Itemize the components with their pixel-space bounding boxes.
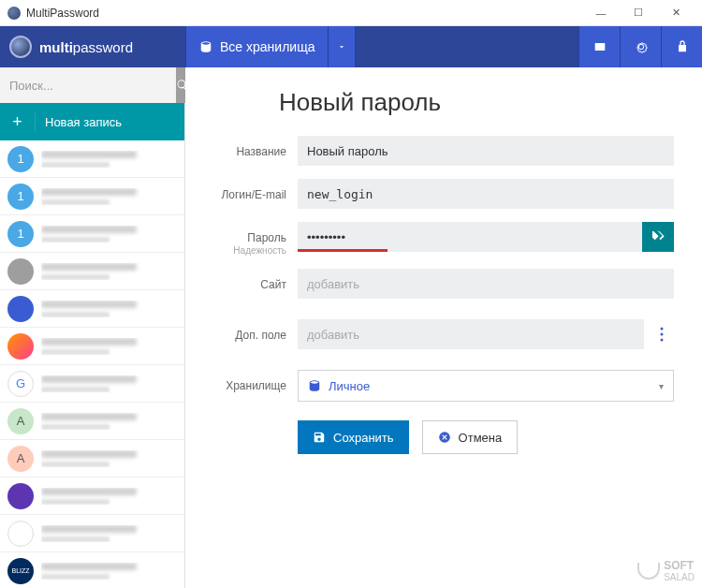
main-area: + Новая запись 111GAABLIZZC Новый пароль… (0, 67, 702, 588)
generate-password-button[interactable] (642, 222, 674, 252)
vault-select-value: Личное (329, 379, 370, 393)
entry-avatar: 1 (7, 221, 34, 247)
chevron-down-icon: ▾ (659, 381, 664, 391)
svg-point-1 (661, 328, 664, 331)
watermark: SOFT SALAD (637, 559, 695, 582)
list-item[interactable]: 1 (0, 178, 184, 215)
brand-text: multipassword (39, 39, 133, 55)
list-item[interactable]: 1 (0, 140, 184, 178)
settings-button[interactable] (620, 26, 661, 67)
new-entry-button[interactable]: + Новая запись (0, 103, 184, 140)
password-strength-bar (298, 249, 388, 252)
entry-avatar: 1 (7, 146, 34, 172)
label-login: Логин/E-mail (221, 188, 286, 201)
page-title: Новый пароль (279, 88, 674, 117)
entry-avatar (7, 483, 34, 509)
field-vault-row: Хранилище Личное ▾ (213, 370, 674, 402)
entry-avatar (7, 521, 34, 547)
entry-avatar (7, 296, 34, 322)
label-password: Пароль (247, 231, 286, 244)
field-extra-row: Доп. поле (213, 319, 674, 349)
login-input[interactable] (298, 179, 674, 209)
entry-avatar: BLIZZ (7, 558, 34, 584)
list-item[interactable]: BLIZZ (0, 552, 184, 588)
save-button[interactable]: Сохранить (298, 420, 409, 454)
tags-icon (651, 229, 665, 244)
list-item[interactable]: A (0, 403, 184, 440)
lock-icon (675, 39, 690, 54)
entry-list[interactable]: 111GAABLIZZC (0, 140, 184, 588)
chevron-down-icon (337, 42, 346, 51)
label-strength: Надежность (213, 245, 286, 256)
extra-input[interactable] (298, 319, 644, 349)
password-input[interactable] (298, 222, 674, 252)
close-button[interactable]: ✕ (657, 4, 695, 22)
new-entry-label: Новая запись (36, 115, 122, 129)
dots-vertical-icon (660, 327, 664, 342)
minimize-button[interactable]: — (582, 4, 620, 22)
maximize-button[interactable]: ☐ (620, 4, 657, 22)
vault-selector[interactable]: Все хранилища (185, 26, 356, 67)
name-input[interactable] (298, 136, 674, 166)
database-icon (308, 379, 321, 392)
entry-avatar: 1 (7, 184, 34, 210)
list-item[interactable]: 1 (0, 215, 184, 253)
cancel-label: Отмена (459, 431, 503, 445)
vault-selector-caret[interactable] (328, 26, 356, 67)
database-icon (199, 40, 212, 53)
search-row (0, 67, 184, 103)
window-title: MultiPassword (26, 7, 582, 20)
label-vault: Хранилище (226, 379, 286, 392)
vault-select[interactable]: Личное ▾ (298, 370, 674, 402)
list-item[interactable]: A (0, 440, 184, 478)
cancel-icon (438, 431, 451, 444)
list-item[interactable] (0, 290, 184, 328)
label-name: Название (236, 145, 286, 158)
plus-icon: + (0, 112, 36, 132)
save-icon (313, 431, 326, 444)
site-input[interactable] (298, 269, 674, 299)
entry-avatar: A (7, 408, 34, 434)
entry-avatar (7, 258, 34, 285)
view-mode-button[interactable] (578, 26, 620, 67)
svg-point-3 (661, 339, 664, 342)
top-toolbar: multipassword Все хранилища (0, 26, 702, 67)
list-item[interactable] (0, 253, 184, 290)
vault-selector-button[interactable]: Все хранилища (185, 26, 328, 67)
bowl-icon (637, 563, 660, 580)
topbar-right (578, 26, 702, 67)
window-titlebar: MultiPassword — ☐ ✕ (0, 0, 702, 26)
app-icon (7, 7, 21, 20)
list-item[interactable]: G (0, 365, 184, 403)
save-label: Сохранить (333, 431, 394, 445)
gear-icon (634, 39, 649, 54)
vault-selector-label: Все хранилища (220, 39, 314, 54)
form-actions: Сохранить Отмена (298, 420, 674, 454)
extra-more-button[interactable] (650, 319, 674, 349)
sidebar: + Новая запись 111GAABLIZZC (0, 67, 185, 588)
field-login-row: Логин/E-mail (213, 179, 674, 209)
lock-button[interactable] (661, 26, 702, 67)
list-item[interactable] (0, 515, 184, 552)
entry-avatar: G (7, 371, 34, 397)
svg-point-2 (661, 333, 664, 336)
entry-avatar: A (7, 446, 34, 472)
window-controls: — ☐ ✕ (582, 4, 695, 22)
search-input[interactable] (0, 67, 176, 103)
label-extra: Доп. поле (235, 329, 286, 342)
grid-icon (592, 39, 607, 54)
brand-icon (9, 36, 32, 58)
field-password-row: Пароль Надежность (213, 222, 674, 256)
brand: multipassword (0, 26, 185, 67)
field-site-row: Сайт (213, 269, 674, 299)
list-item[interactable] (0, 478, 184, 515)
content-panel: Новый пароль Название Логин/E-mail Парол… (185, 67, 702, 588)
list-item[interactable] (0, 328, 184, 365)
entry-avatar (7, 333, 34, 360)
field-name-row: Название (213, 136, 674, 166)
label-site: Сайт (260, 278, 286, 291)
svg-rect-0 (594, 43, 605, 51)
cancel-button[interactable]: Отмена (422, 420, 519, 454)
